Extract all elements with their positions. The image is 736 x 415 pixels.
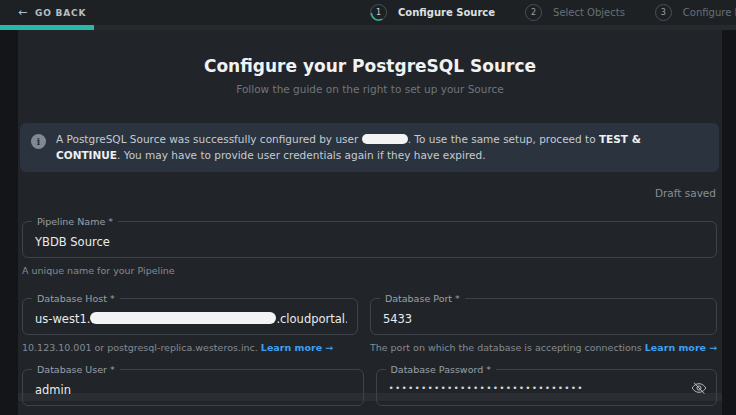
database-port-column: Database Port * 5433 The port on which t… (370, 298, 717, 353)
pipeline-name-value: YBDB Source (35, 235, 706, 249)
info-icon: i (31, 134, 46, 149)
redacted-host-segment (90, 312, 276, 324)
database-user-field[interactable]: Database User * admin (22, 369, 364, 406)
database-host-column: Database Host * us-west1..cloudportal.yu… (22, 298, 358, 353)
database-host-label: Database Host * (32, 293, 120, 304)
database-host-helper: 10.123.10.001 or postgresql-replica.west… (22, 342, 358, 353)
back-arrow-icon: ← (18, 6, 28, 19)
eye-off-icon (691, 380, 707, 396)
progress-fill (0, 25, 94, 30)
top-bar: ← GO BACK 1 Configure Source 2 Select Ob… (0, 0, 736, 25)
left-margin-strip (0, 30, 18, 415)
port-learn-more-link[interactable]: Learn more (645, 342, 706, 353)
stepper: 1 Configure Source 2 Select Objects 3 Co… (370, 0, 736, 25)
database-user-value: admin (35, 383, 353, 397)
banner-text-middle: . To use the same setup, proceed to (408, 133, 599, 145)
right-margin-strip (722, 30, 736, 415)
step-1-label: Configure Source (398, 7, 495, 18)
database-port-label: Database Port * (380, 293, 465, 304)
source-config-form: Pipeline Name * YBDB Source A unique nam… (22, 221, 717, 406)
go-back-button[interactable]: ← GO BACK (18, 6, 86, 19)
host-value-suffix: .cloudportal.yugabyte.com (276, 312, 347, 326)
step-1-circle: 1 (370, 4, 387, 21)
step-configure-source[interactable]: 1 Configure Source (370, 4, 495, 21)
info-banner: i A PostgreSQL Source was successfully c… (20, 123, 719, 172)
step-select-objects[interactable]: 2 Select Objects (525, 4, 625, 21)
database-user-label: Database User * (32, 364, 120, 375)
step-progress-arc-icon (370, 4, 387, 21)
info-banner-text: A PostgreSQL Source was successfully con… (56, 131, 707, 164)
toggle-password-visibility-button[interactable] (691, 380, 707, 396)
step-2-circle: 2 (525, 4, 542, 21)
progress-track (0, 25, 736, 30)
step-3-label: Configure Destination (683, 7, 736, 18)
database-password-column: Database Password * ••••••••••••••••••••… (376, 369, 718, 406)
host-helper-text: 10.123.10.001 or postgresql-replica.west… (22, 342, 261, 353)
database-port-helper: The port on which the database is accept… (370, 342, 717, 353)
database-user-column: Database User * admin (22, 369, 364, 406)
database-host-value: us-west1..cloudportal.yugabyte.com (35, 312, 347, 326)
database-port-value: 5433 (383, 312, 706, 326)
pipeline-name-helper: A unique name for your Pipeline (22, 265, 717, 276)
host-value-prefix: us-west1. (35, 312, 90, 326)
database-password-value: •••••••••••••••••••••••••••••• (389, 383, 707, 393)
database-password-field[interactable]: Database Password * ••••••••••••••••••••… (376, 369, 718, 406)
configure-source-panel: Configure your PostgreSQL Source Follow … (18, 30, 722, 415)
database-password-label: Database Password * (386, 364, 497, 375)
page-subtitle: Follow the guide on the right to set up … (18, 83, 722, 95)
banner-text-after: . You may have to provide user credentia… (117, 149, 486, 161)
pipeline-name-label: Pipeline Name * (32, 216, 118, 227)
host-learn-more-arrow-icon[interactable]: → (322, 342, 333, 353)
port-learn-more-arrow-icon[interactable]: → (706, 342, 717, 353)
step-3-circle: 3 (655, 4, 672, 21)
database-port-field[interactable]: Database Port * 5433 (370, 298, 717, 335)
port-helper-text: The port on which the database is accept… (370, 342, 645, 353)
redacted-username (362, 134, 408, 144)
page-title: Configure your PostgreSQL Source (18, 56, 722, 76)
host-learn-more-link[interactable]: Learn more (261, 342, 322, 353)
banner-text-before: A PostgreSQL Source was successfully con… (56, 133, 362, 145)
draft-saved-status: Draft saved (18, 187, 716, 199)
step-configure-destination[interactable]: 3 Configure Destination (655, 4, 736, 21)
pipeline-name-field[interactable]: Pipeline Name * YBDB Source (22, 221, 717, 258)
database-host-field[interactable]: Database Host * us-west1..cloudportal.yu… (22, 298, 358, 335)
step-2-label: Select Objects (553, 7, 625, 18)
go-back-label: GO BACK (35, 8, 86, 18)
